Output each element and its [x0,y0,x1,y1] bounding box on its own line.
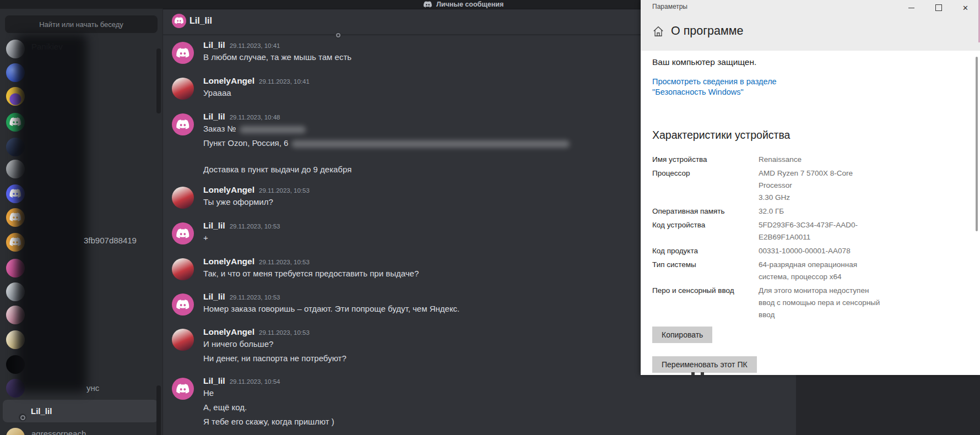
message-timestamp: 29.11.2023, 10:53 [259,259,310,265]
message-timestamp: 29.11.2023, 10:53 [230,294,280,301]
offline-status-badge [335,32,342,39]
sidebar-item-username-fragment[interactable]: унс [86,383,99,393]
spec-row: Процессор AMD Ryzen 7 5700X 8-Core Proce… [652,167,961,204]
message-author[interactable]: LonelyAngel [203,327,255,337]
message-author[interactable]: Lil_lil [203,292,225,302]
desktop-screen: Личные сообщения Найти или начать беседу… [0,0,980,435]
spec-value: Для этого монитора недоступен ввод с пом… [759,285,886,321]
sidebar-item-lil-lil[interactable]: Lil_lil [31,406,52,416]
message-timestamp: 29.11.2023, 10:41 [259,78,310,85]
maximize-icon [935,4,942,11]
close-button[interactable]: ✕ [952,0,979,15]
blurred-usernames-region [17,34,87,392]
spec-value: Renaissance [759,154,886,166]
spec-label: Перо и сенсорный ввод [652,285,759,321]
minimize-icon [908,8,914,8]
message-author[interactable]: LonelyAngel [203,185,255,195]
sidebar-item-username-fragment[interactable]: 3fb907d88419 [84,236,137,245]
message-timestamp: 29.11.2023, 10:53 [259,187,310,194]
sidebar-item-username[interactable]: agressorpeach [31,429,86,435]
offline-status-badge [19,414,26,421]
spec-label: Код продукта [652,245,759,257]
window-title: Параметры [652,3,687,10]
redacted-address [291,140,570,148]
message-timestamp: 29.11.2023, 10:48 [230,114,280,121]
page-title: О программе [671,24,744,38]
spec-value: 64-разрядная операционная система, проце… [759,259,886,283]
spec-value: 32.0 ГБ [759,205,886,218]
message-timestamp: 29.11.2023, 10:53 [230,223,280,230]
spec-row: Код устройства 5FD293F6-3C34-473F-AAD0- … [652,219,961,243]
spec-value: 00331-10000-00001-AA078 [759,245,886,257]
spec-value: AMD Ryzen 7 5700X 8-Core Processor 3.30 … [759,167,886,204]
spec-value: 5FD293F6-3C34-473F-AAD0- E2B69F1A0011 [759,219,886,243]
settings-scrollbar-thumb[interactable] [976,57,978,231]
maximize-button[interactable] [925,0,952,15]
settings-window-header: Параметры ✕ О программе [641,0,980,51]
message-timestamp: 29.11.2023, 10:41 [230,42,280,49]
user-avatar[interactable] [172,113,194,135]
spec-label: Оперативная память [652,205,759,218]
search-conversation-button[interactable]: Найти или начать беседу [5,15,158,33]
message-author[interactable]: Lil_lil [203,112,225,122]
spec-label: Имя устройства [652,154,759,166]
sidebar-scrollbar-thumb[interactable] [156,385,161,435]
spec-row: Тип системы 64-разрядная операционная си… [652,259,961,283]
settings-content: Ваш компьютер защищен. Просмотреть сведе… [652,51,961,373]
security-details-link[interactable]: Просмотреть сведения в разделе "Безопасн… [652,77,961,97]
redacted-order-number [240,126,306,133]
cutoff-text-artifact [691,372,695,375]
message-timestamp: 29.11.2023, 10:53 [259,329,310,336]
dm-sidebar: Найти или начать беседу Panikiev 3fb907d… [0,9,163,435]
user-avatar[interactable] [172,293,194,316]
spec-row: Оперативная память 32.0 ГБ [652,205,961,218]
spec-label: Тип системы [652,259,759,283]
message-author[interactable]: Lil_lil [203,376,225,386]
user-avatar[interactable] [172,329,194,351]
user-avatar[interactable] [6,428,25,435]
home-icon[interactable] [652,25,664,37]
message-timestamp: 29.11.2023, 10:54 [230,378,280,385]
user-avatar[interactable] [172,187,194,209]
minimize-button[interactable] [898,0,925,15]
settings-window: Параметры ✕ О программе Ваш компьютер за… [641,0,980,375]
user-avatar[interactable] [172,42,194,64]
spec-row: Код продукта 00331-10000-00001-AA078 [652,245,961,257]
cutoff-text-artifact [701,372,704,375]
spec-label: Код устройства [652,219,759,243]
security-status-text: Ваш компьютер защищен. [652,57,961,67]
message-author[interactable]: LonelyAngel [203,257,255,267]
chat-header-username[interactable]: Lil_lil [189,16,212,26]
sidebar-scrollbar-thumb[interactable] [156,48,161,113]
window-controls: ✕ [898,0,979,15]
chat-header-avatar[interactable] [172,14,186,28]
device-specs-title: Характеристики устройства [652,129,961,142]
spec-row: Имя устройства Renaissance [652,154,961,166]
message-author[interactable]: LonelyAngel [203,76,255,86]
message-author[interactable]: Lil_lil [203,221,225,231]
close-icon: ✕ [962,4,968,12]
discord-dm-icon [423,1,432,8]
rename-pc-button[interactable]: Переименовать этот ПК [652,356,757,373]
user-avatar[interactable] [172,378,194,400]
dm-header-label: Личные сообщения [436,1,503,8]
spec-label: Процессор [652,167,759,204]
dm-header: Личные сообщения [423,0,503,9]
spec-row: Перо и сенсорный ввод Для этого монитора… [652,285,961,321]
user-avatar[interactable] [172,258,194,280]
copy-button[interactable]: Копировать [652,327,712,343]
device-specs-table: Имя устройства Renaissance Процессор AMD… [652,154,961,321]
message-author[interactable]: Lil_lil [203,40,225,50]
user-avatar[interactable] [172,78,194,100]
user-avatar[interactable] [172,222,194,244]
sidebar-divider [163,9,163,435]
